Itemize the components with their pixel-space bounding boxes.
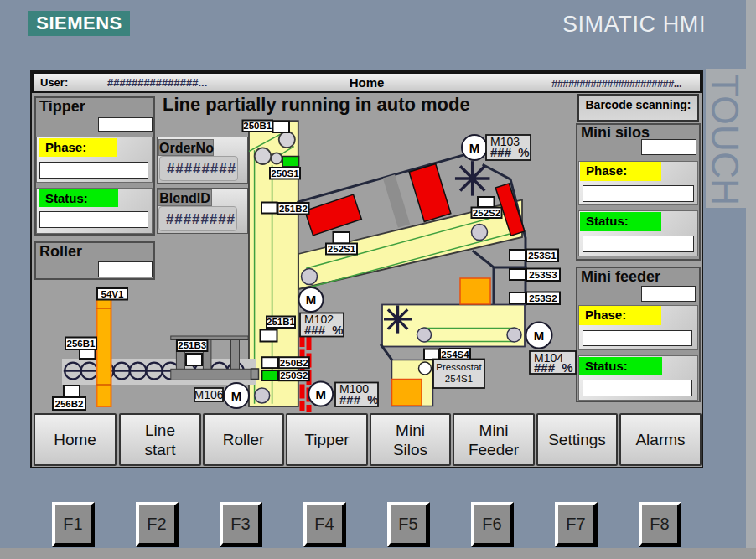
svg-text:250S1: 250S1 (271, 168, 299, 179)
svg-text:254S4: 254S4 (441, 349, 469, 360)
svg-text:251B1: 251B1 (267, 317, 295, 327)
svg-text:250S2: 250S2 (280, 370, 308, 380)
svg-text:256B1: 256B1 (67, 339, 96, 349)
svg-text:M: M (306, 292, 317, 307)
svg-text:250B2: 250B2 (280, 358, 308, 368)
svg-text:54V1: 54V1 (101, 289, 124, 299)
svg-text:256B2: 256B2 (55, 399, 84, 409)
svg-text:M: M (534, 329, 545, 343)
svg-text:252S1: 252S1 (328, 244, 356, 254)
svg-text:253S3: 253S3 (529, 270, 557, 280)
svg-text:251B2: 251B2 (279, 204, 308, 214)
svg-text:M: M (231, 389, 242, 403)
svg-text:Pressostat: Pressostat (436, 362, 482, 372)
svg-text:M: M (315, 387, 326, 401)
svg-text:### %: ### % (339, 392, 379, 406)
svg-text:250B1: 250B1 (243, 121, 272, 131)
svg-text:### %: ### % (490, 145, 530, 159)
svg-text:252S2: 252S2 (473, 208, 500, 218)
svg-text:M: M (469, 141, 480, 155)
svg-text:253S2: 253S2 (529, 293, 557, 303)
svg-text:253S1: 253S1 (528, 251, 557, 261)
svg-text:### %: ### % (304, 323, 344, 337)
svg-text:254S1: 254S1 (445, 374, 473, 384)
svg-text:251B3: 251B3 (178, 340, 206, 350)
svg-text:### %: ### % (534, 360, 573, 375)
svg-text:M106: M106 (194, 388, 223, 401)
